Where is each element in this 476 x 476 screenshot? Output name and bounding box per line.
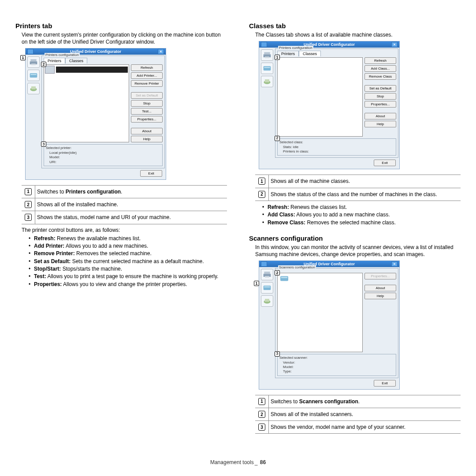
ref-num-2: 2 <box>258 411 265 418</box>
about-button[interactable]: About <box>364 285 396 291</box>
ref-num-1: 1 <box>258 178 265 185</box>
help-button[interactable]: Help <box>364 121 396 127</box>
printer-list[interactable]: 2 <box>44 64 129 142</box>
stop-button[interactable]: Stop <box>364 93 396 100</box>
tab-printers[interactable]: Printers <box>277 51 299 56</box>
scanner-list[interactable]: 2 <box>277 273 363 352</box>
classes-bullets: Refresh: Renews the classes list. Add Cl… <box>262 204 461 227</box>
scanners-reference-table: 1 Switches to Scanners configuration. 2 … <box>255 395 461 434</box>
svg-rect-16 <box>265 276 269 278</box>
svg-rect-0 <box>30 60 36 62</box>
add-printer-button[interactable]: Add Printer... <box>131 72 163 79</box>
svg-rect-3 <box>30 73 37 78</box>
printer-icon[interactable] <box>261 269 273 280</box>
svg-rect-10 <box>264 66 271 71</box>
about-button[interactable]: About <box>364 113 396 119</box>
ref-desc-1: Shows all of the machine classes. <box>268 175 461 187</box>
ref-num-2: 2 <box>258 191 265 198</box>
test-button[interactable]: Test... <box>131 108 163 115</box>
svg-rect-20 <box>265 299 269 302</box>
svg-rect-6 <box>31 86 36 89</box>
properties-button[interactable]: Properties... <box>131 116 163 123</box>
printers-intro: View the current system's printer config… <box>22 31 227 45</box>
svg-rect-11 <box>264 67 270 68</box>
refresh-button[interactable]: Refresh <box>364 57 396 64</box>
ref-desc-2: Shows the status of the class and the nu… <box>268 188 461 201</box>
svg-rect-2 <box>31 64 36 65</box>
about-button[interactable]: About <box>131 128 163 134</box>
status-box: 3 Selected scanner: Vendor: Model: Type: <box>277 354 396 376</box>
set-default-button[interactable]: Set as Default <box>364 85 396 92</box>
scanner-icon[interactable] <box>261 63 273 74</box>
printer-icon[interactable] <box>261 49 273 61</box>
classes-intro: The Classes tab shows a list of availabl… <box>255 31 461 38</box>
svg-rect-13 <box>265 79 269 82</box>
status-box: 2 Selected class: Stats: idle Printers i… <box>277 138 396 156</box>
printer-icon[interactable]: 1 <box>27 56 40 68</box>
ref-desc-1: Switches to Printers configuration. <box>35 186 227 198</box>
exit-button[interactable]: Exit <box>374 380 396 387</box>
close-icon[interactable]: × <box>391 42 398 47</box>
page-footer: Management tools_ 86 <box>0 459 476 465</box>
close-icon[interactable]: × <box>391 261 398 267</box>
stop-button[interactable]: Stop <box>131 100 163 107</box>
classes-window: Unified Driver Configurator × <box>259 41 400 169</box>
fieldset-label: Printers configuration <box>278 46 313 50</box>
set-default-button[interactable]: Set as Default <box>131 92 163 99</box>
properties-button[interactable]: Properties... <box>364 273 396 279</box>
printers-heading: Printers tab <box>15 22 227 30</box>
exit-button[interactable]: Exit <box>140 170 162 177</box>
ref-num-1: 1 <box>258 398 265 405</box>
printers-bullets-intro: The printer control buttons are, as foll… <box>22 227 227 233</box>
port-icon[interactable] <box>261 295 273 307</box>
tab-classes[interactable]: Classes <box>65 58 87 63</box>
svg-rect-14 <box>264 272 270 274</box>
scanner-icon[interactable]: 1 <box>261 282 273 294</box>
properties-button[interactable]: Properties... <box>364 101 396 108</box>
add-class-button[interactable]: Add Class... <box>364 65 396 72</box>
help-button[interactable]: Help <box>364 293 396 299</box>
ref-desc-2: Shows all of the installed scanners. <box>268 408 461 420</box>
svg-rect-9 <box>265 57 269 58</box>
status-box: 3 Selected printer: Local printer(idle) … <box>44 144 163 166</box>
svg-rect-18 <box>264 286 270 288</box>
fieldset-label: Printers configuration <box>45 53 80 57</box>
remove-class-button[interactable]: Remove Class <box>364 73 396 80</box>
svg-rect-7 <box>264 52 270 55</box>
ref-desc-3: Shows the vendor, model name and type of… <box>268 421 461 433</box>
fieldset-label: Scanners configuration <box>278 265 316 269</box>
help-button[interactable]: Help <box>131 136 163 142</box>
classes-reference-table: 1 Shows all of the machine classes. 2 Sh… <box>255 175 461 201</box>
port-icon[interactable] <box>27 83 40 94</box>
scanners-intro: In this window, you can monitor the acti… <box>255 244 461 258</box>
svg-rect-4 <box>30 74 36 75</box>
printers-window: Unified Driver Configurator × 1 <box>25 48 166 180</box>
ref-desc-3: Shows the status, model name and URI of … <box>35 211 227 223</box>
ref-num-3: 3 <box>258 424 265 431</box>
svg-rect-21 <box>280 276 288 281</box>
scanner-icon[interactable] <box>27 70 40 81</box>
port-icon[interactable] <box>261 76 273 87</box>
classes-heading: Classes tab <box>249 22 461 30</box>
exit-button[interactable]: Exit <box>374 160 396 166</box>
ref-num-1: 1 <box>25 188 32 195</box>
ref-num-3: 3 <box>25 214 32 221</box>
svg-rect-22 <box>281 277 287 279</box>
ref-desc-2: Shows all of the installed machine. <box>35 198 227 211</box>
svg-rect-17 <box>264 286 271 290</box>
scanners-heading: Scanners configuration <box>249 234 461 242</box>
ref-num-2: 2 <box>25 201 32 208</box>
ref-desc-1: Switches to Scanners configuration. <box>268 395 461 408</box>
refresh-button[interactable]: Refresh <box>131 64 163 71</box>
printers-bullets: Refresh: Renews the available machines l… <box>29 235 227 289</box>
tab-classes[interactable]: Classes <box>299 51 321 56</box>
printers-reference-table: 1 Switches to Printers configuration. 2 … <box>22 185 227 224</box>
remove-printer-button[interactable]: Remove Printer <box>131 80 163 87</box>
scanners-window: Unified Driver Configurator × 1 <box>259 260 400 390</box>
class-list[interactable]: 1 <box>277 57 363 137</box>
tab-printers[interactable]: Printers <box>44 58 65 63</box>
close-icon[interactable]: × <box>158 49 164 54</box>
